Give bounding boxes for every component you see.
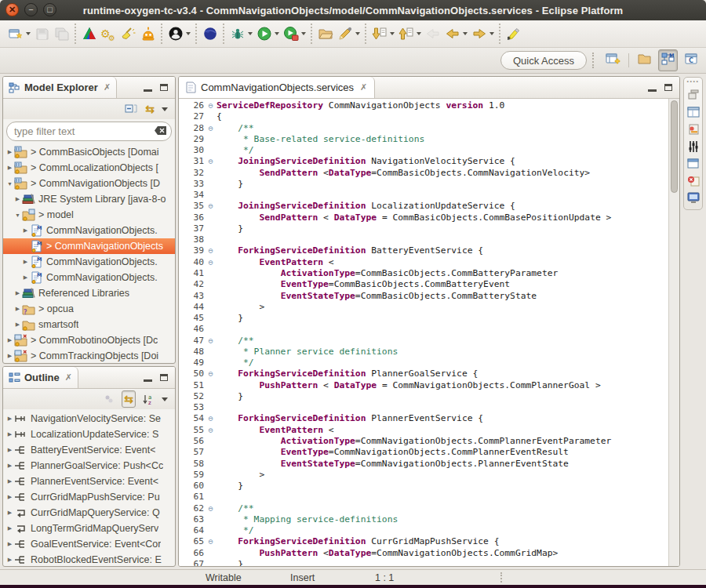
tree-item[interactable]: ▶smartsoft	[3, 317, 175, 332]
dropdown-caret-icon[interactable]	[417, 32, 421, 35]
dropdown-caret-icon[interactable]	[248, 32, 253, 35]
chevron-collapsed-icon[interactable]: ▶	[5, 416, 14, 422]
focus-icon[interactable]	[104, 391, 115, 407]
tree-item[interactable]: ▶JRE System Library [java-8-o	[3, 191, 175, 207]
link-with-editor-icon[interactable]: ⇆	[122, 390, 136, 408]
close-view-icon[interactable]: ✗	[65, 372, 72, 383]
chevron-collapsed-icon[interactable]: ▶	[13, 306, 22, 312]
pin-editor-button[interactable]	[335, 25, 362, 42]
fold-marker-icon[interactable]: ⊖	[205, 257, 217, 268]
window-view-icon[interactable]	[686, 158, 701, 170]
fold-marker-icon[interactable]: ⊖	[205, 336, 217, 347]
dropdown-caret-icon[interactable]	[275, 32, 279, 35]
fold-marker-icon[interactable]: ⊖	[205, 201, 217, 212]
maximize-view-icon[interactable]	[160, 374, 168, 381]
close-window-button[interactable]: ✕	[5, 3, 19, 16]
chevron-expanded-icon[interactable]: ▼	[13, 212, 22, 218]
chevron-collapsed-icon[interactable]: ▶	[5, 463, 14, 469]
chevron-collapsed-icon[interactable]: ▶	[5, 149, 14, 155]
outline-item[interactable]: ▶BatteryEventService: Event<	[3, 442, 175, 458]
last-edit-location-button[interactable]	[423, 25, 442, 42]
chevron-collapsed-icon[interactable]: ▶	[5, 337, 14, 343]
dropdown-caret-icon[interactable]	[186, 32, 191, 35]
cpp-perspective-button[interactable]: C	[682, 49, 701, 71]
fold-marker-icon[interactable]: ⊖	[205, 245, 217, 256]
fold-marker-icon[interactable]: ⊖	[205, 536, 217, 547]
error-log-view-icon[interactable]	[686, 175, 701, 187]
tree-item[interactable]: ▼> CommNavigationObjects [D	[3, 176, 175, 191]
tree-item[interactable]: M> CommNavigationObjects	[3, 238, 175, 254]
outline-item[interactable]: ▶NavigationVelocityService: Se	[3, 411, 175, 426]
next-annotation-button[interactable]	[369, 25, 396, 42]
bookmark-view-icon[interactable]	[686, 123, 701, 136]
fold-marker-icon[interactable]: ⊖	[205, 425, 217, 436]
view-menu-icon[interactable]	[162, 107, 168, 111]
close-view-icon[interactable]: ✗	[104, 82, 111, 93]
debug-button[interactable]	[227, 25, 254, 42]
maximize-window-button[interactable]: □	[43, 3, 56, 16]
tree-item[interactable]: ▶Referenced Libraries	[3, 285, 175, 301]
user-profile-button[interactable]	[166, 25, 192, 42]
chevron-collapsed-icon[interactable]: ▶	[5, 353, 14, 359]
minimize-view-icon[interactable]	[144, 83, 152, 92]
chevron-collapsed-icon[interactable]: ▶	[5, 557, 14, 563]
open-resource-button[interactable]	[315, 25, 335, 42]
robot-tools-button[interactable]	[138, 25, 158, 42]
generate-code-button[interactable]: ⚙⚙	[99, 25, 118, 42]
quick-access-button[interactable]: Quick Access	[500, 51, 587, 70]
chevron-collapsed-icon[interactable]: ▶	[21, 227, 30, 234]
console-view-icon[interactable]	[686, 192, 701, 205]
fold-marker-icon[interactable]: ⊖	[205, 156, 217, 167]
clear-filter-icon[interactable]	[154, 125, 167, 139]
link-with-editor-icon[interactable]: ⇆	[145, 101, 155, 117]
outline-item[interactable]: ▶CurrGridMapPushService: Pu	[3, 489, 175, 505]
outline-item[interactable]: ▶RobotBlockedEventService: E	[3, 552, 175, 566]
outline-item[interactable]: ▶LocalizationUpdateService: S	[3, 426, 175, 442]
outline-item[interactable]: ▶CurrGridMapQueryService: Q	[3, 505, 175, 521]
chevron-collapsed-icon[interactable]: ▶	[5, 510, 14, 516]
forward-button[interactable]	[469, 25, 496, 42]
new-wizard-button[interactable]	[5, 25, 32, 42]
filter-input[interactable]	[13, 125, 154, 138]
chevron-collapsed-icon[interactable]: ▶	[5, 541, 14, 547]
tree-item[interactable]: ▶MCommNavigationObjects.	[3, 223, 175, 238]
outline-item[interactable]: ▶PlannerGoalService: Push<Cc	[3, 458, 175, 474]
maximize-view-icon[interactable]	[160, 84, 168, 91]
tree-item[interactable]: ▶MCommNavigationObjects.	[3, 270, 175, 285]
model-explorer-tab[interactable]: Model Explorer ✗	[3, 77, 117, 98]
chevron-collapsed-icon[interactable]: ▶	[13, 290, 22, 296]
external-tools-button[interactable]	[281, 25, 308, 42]
mdsd-build-button[interactable]	[79, 25, 99, 42]
tree-item[interactable]: ▶> CommRobotinoObjects [Dc	[3, 332, 175, 348]
sort-icon[interactable]: az	[143, 391, 155, 407]
drag-handle-icon[interactable]: ••••	[687, 79, 700, 84]
maximize-editor-icon[interactable]	[664, 84, 672, 91]
minimize-window-button[interactable]: −	[24, 3, 38, 16]
dropdown-caret-icon[interactable]	[463, 32, 468, 35]
tree-item[interactable]: ▶> CommTrackingObjects [Doi	[3, 348, 175, 363]
chevron-collapsed-icon[interactable]: ▶	[5, 431, 14, 437]
tree-item[interactable]: ▶> CommBasicObjects [Domai	[3, 144, 175, 160]
chevron-expanded-icon[interactable]: ▼	[5, 181, 14, 187]
chevron-collapsed-icon[interactable]: ▶	[13, 321, 22, 328]
modeling-perspective-button[interactable]: M	[658, 49, 678, 71]
outline-item[interactable]: ▶PlannerEventService: Event<	[3, 474, 175, 489]
save-button[interactable]	[32, 25, 52, 42]
chevron-collapsed-icon[interactable]: ▶	[5, 494, 14, 500]
minimize-editor-icon[interactable]	[648, 83, 657, 92]
chevron-collapsed-icon[interactable]: ▶	[21, 259, 30, 265]
code-editor[interactable]: 26⊖ServiceDefRepository CommNavigationOb…	[179, 99, 668, 566]
chevron-collapsed-icon[interactable]: ▶	[5, 525, 14, 532]
open-perspective-button[interactable]	[602, 49, 623, 72]
outline-item[interactable]: ▶GoalEventService: Event<Cor	[3, 536, 175, 552]
dropdown-caret-icon[interactable]	[390, 32, 395, 35]
fold-marker-icon[interactable]: ⊖	[205, 503, 217, 514]
chevron-collapsed-icon[interactable]: ▶	[5, 447, 14, 453]
tree-item[interactable]: ▶?> opcua	[3, 301, 175, 317]
restore-views-icon[interactable]	[686, 89, 701, 101]
minimize-view-icon[interactable]	[144, 373, 152, 382]
dropdown-caret-icon[interactable]	[355, 32, 360, 35]
collapse-all-icon[interactable]	[124, 101, 138, 117]
editor-scrollbar[interactable]	[668, 99, 679, 566]
close-tab-icon[interactable]: ✗	[360, 82, 367, 93]
